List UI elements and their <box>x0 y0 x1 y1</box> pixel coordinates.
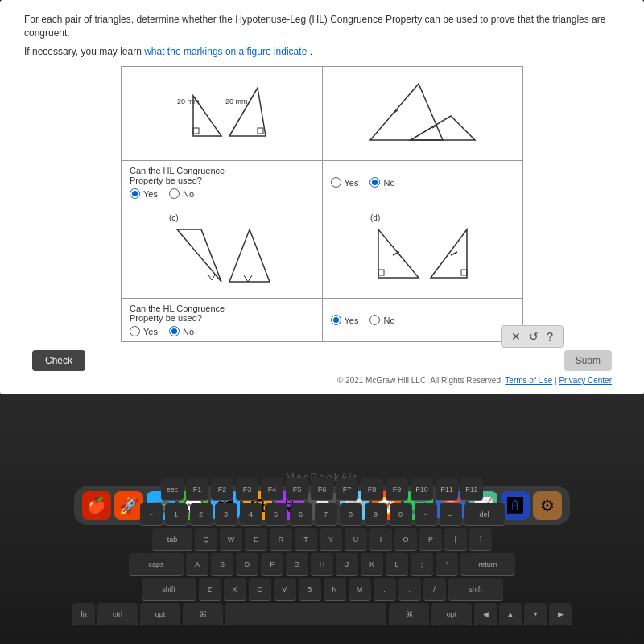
key-k[interactable]: K <box>361 553 383 576</box>
key-f6[interactable]: F6 <box>311 478 333 501</box>
key-f5[interactable]: F5 <box>286 478 308 501</box>
key-s[interactable]: S <box>211 553 233 576</box>
key-arrow-down[interactable]: ▼ <box>524 603 547 625</box>
key-bracket-close[interactable]: ] <box>469 528 492 551</box>
key-option-right[interactable]: opt <box>431 603 472 625</box>
key-f4[interactable]: F4 <box>261 478 283 501</box>
key-ctrl[interactable]: ctrl <box>97 603 138 625</box>
key-8[interactable]: 8 <box>340 503 362 526</box>
key-shift-right[interactable]: shift <box>448 578 503 601</box>
radio-no-d[interactable]: No <box>369 315 394 325</box>
key-c[interactable]: C <box>249 578 271 601</box>
key-option[interactable]: opt <box>140 603 180 625</box>
radio-yes-c[interactable]: Yes <box>130 326 158 336</box>
key-j[interactable]: J <box>336 553 358 576</box>
help-icon[interactable]: ? <box>547 330 553 343</box>
key-semicolon[interactable]: ; <box>411 553 433 576</box>
radio-yes-d[interactable]: Yes <box>331 315 359 325</box>
privacy-link[interactable]: Privacy Center <box>559 376 612 385</box>
key-9[interactable]: 9 <box>365 503 387 526</box>
key-arrow-right[interactable]: ▶ <box>549 603 572 625</box>
undo-icon[interactable]: ↺ <box>529 330 539 343</box>
key-f11[interactable]: F11 <box>436 478 458 501</box>
svg-rect-15 <box>378 270 384 275</box>
key-w[interactable]: W <box>220 528 242 551</box>
key-r[interactable]: R <box>270 528 292 551</box>
radio-no-b[interactable]: No <box>369 177 394 188</box>
key-f3[interactable]: F3 <box>236 478 258 501</box>
key-tilde[interactable]: ~ <box>140 503 163 526</box>
key-o[interactable]: O <box>394 528 417 551</box>
key-fn[interactable]: fn <box>72 603 95 625</box>
key-h[interactable]: H <box>311 553 333 576</box>
key-y[interactable]: Y <box>320 528 342 551</box>
key-period[interactable]: . <box>398 578 421 601</box>
key-g[interactable]: G <box>286 553 308 576</box>
figure-cell-b <box>322 67 523 161</box>
key-f12[interactable]: F12 <box>460 478 483 501</box>
key-delete[interactable]: del <box>464 503 505 526</box>
key-u[interactable]: U <box>345 528 367 551</box>
svg-rect-5 <box>258 128 263 134</box>
key-f10[interactable]: F10 <box>411 478 433 501</box>
key-shift-left[interactable]: shift <box>142 578 196 601</box>
key-b[interactable]: B <box>299 578 321 601</box>
key-m[interactable]: M <box>349 578 371 601</box>
radio-no-c[interactable]: No <box>169 326 194 336</box>
key-esc[interactable]: esc <box>161 478 184 501</box>
markings-link[interactable]: what the markings on a figure indicate <box>144 46 307 57</box>
key-arrow-left[interactable]: ◀ <box>474 603 497 625</box>
key-cmd-right[interactable]: ⌘ <box>389 603 429 625</box>
radio-yes-b[interactable]: Yes <box>331 177 359 188</box>
key-0[interactable]: 0 <box>390 503 412 526</box>
key-f9[interactable]: F9 <box>386 478 408 501</box>
key-f8[interactable]: F8 <box>361 478 383 501</box>
radio-yes-a[interactable]: Yes <box>130 188 158 199</box>
radio-group-c: Yes No <box>130 326 314 336</box>
key-tab[interactable]: tab <box>152 528 192 551</box>
key-5[interactable]: 5 <box>265 503 287 526</box>
key-4[interactable]: 4 <box>240 503 262 526</box>
key-i[interactable]: I <box>369 528 392 551</box>
key-f7[interactable]: F7 <box>336 478 358 501</box>
key-comma[interactable]: , <box>374 578 396 601</box>
close-icon[interactable]: ✕ <box>511 330 521 343</box>
key-bracket-open[interactable]: [ <box>444 528 467 551</box>
answer-cell-b: Yes No <box>322 161 523 204</box>
key-equals[interactable]: = <box>440 503 462 526</box>
key-minus[interactable]: - <box>415 503 437 526</box>
key-x[interactable]: X <box>224 578 246 601</box>
key-slash[interactable]: / <box>423 578 446 601</box>
key-return[interactable]: return <box>460 553 515 576</box>
key-f1[interactable]: F1 <box>186 478 208 501</box>
key-z[interactable]: Z <box>199 578 221 601</box>
key-q[interactable]: Q <box>195 528 217 551</box>
key-quote[interactable]: ' <box>436 553 458 576</box>
key-e[interactable]: E <box>245 528 267 551</box>
submit-button[interactable]: Subm <box>564 350 612 371</box>
radio-no-a[interactable]: No <box>169 188 194 199</box>
key-t[interactable]: T <box>295 528 317 551</box>
key-p[interactable]: P <box>419 528 442 551</box>
key-arrow-up[interactable]: ▲ <box>499 603 522 625</box>
key-2[interactable]: 2 <box>190 503 213 526</box>
key-f[interactable]: F <box>261 553 283 576</box>
key-6[interactable]: 6 <box>290 503 312 526</box>
key-d[interactable]: D <box>236 553 258 576</box>
key-f2[interactable]: F2 <box>211 478 233 501</box>
key-a[interactable]: A <box>186 553 208 576</box>
key-v[interactable]: V <box>274 578 296 601</box>
macbook-chassis: MacBookAir 🍎 🚀 📹 💬 🗺 🖼 🎙 📋 📰 🧭 🎵 📅 📈 🅰 ⚙… <box>0 394 644 644</box>
key-caps[interactable]: caps <box>129 553 184 576</box>
key-n[interactable]: N <box>324 578 346 601</box>
key-7[interactable]: 7 <box>315 503 337 526</box>
terms-link[interactable]: Terms of Use <box>505 376 552 385</box>
key-space[interactable] <box>225 603 386 625</box>
key-1[interactable]: 1 <box>165 503 188 526</box>
check-button[interactable]: Check <box>32 350 85 371</box>
svg-text:20 mm: 20 mm <box>177 97 200 105</box>
svg-text:(c): (c) <box>169 213 179 222</box>
key-cmd-left[interactable]: ⌘ <box>183 603 223 625</box>
key-3[interactable]: 3 <box>215 503 237 526</box>
key-l[interactable]: L <box>386 553 408 576</box>
